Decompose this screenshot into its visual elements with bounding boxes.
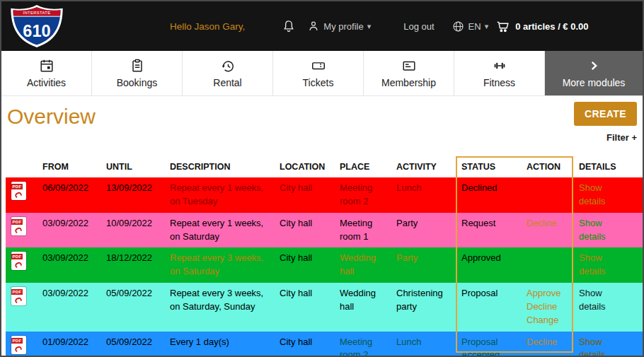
- bookings-table: FROM UNTIL DESCRIPTION LOCATION PLACE AC…: [6, 156, 643, 357]
- my-profile-menu[interactable]: My profile ▾: [307, 20, 371, 33]
- show-details-link[interactable]: Show details: [579, 336, 616, 357]
- tab-more-modules[interactable]: More modules: [545, 51, 643, 95]
- pdf-icon-swirl: [14, 262, 23, 269]
- logout-button[interactable]: Log out: [403, 21, 434, 32]
- cell-until: 18/12/2022: [100, 247, 164, 283]
- col-place: PLACE: [334, 156, 391, 177]
- tab-label: More modules: [563, 77, 626, 88]
- cell-description: Repeat every 3 weeks, on Saturday, Sunda…: [164, 283, 274, 332]
- cart-icon: [495, 19, 510, 34]
- tab-label: Activities: [27, 77, 66, 88]
- tab-label: Fitness: [483, 77, 515, 88]
- cell-place: Meeting room 1: [334, 213, 391, 248]
- my-profile-label: My profile: [323, 21, 363, 32]
- booking-row-3: PDF 03/09/2022 18/12/2022 Repeat every 3…: [6, 247, 643, 283]
- show-details-link[interactable]: Show details: [579, 287, 616, 314]
- page-header: Overview CREATE Filter +: [1, 96, 643, 156]
- tab-activities[interactable]: Activities: [1, 51, 92, 95]
- filter-toggle[interactable]: Filter +: [606, 132, 637, 143]
- top-bar: INTERSTATE 610 Hello Jason Gary, My prof…: [1, 1, 643, 51]
- pdf-icon[interactable]: PDF: [11, 252, 26, 270]
- col-action: ACTION: [521, 156, 573, 177]
- cell-activity: Christening party: [391, 283, 456, 332]
- page-title: Overview: [7, 105, 96, 129]
- cell-description: Repeat every 1 weeks, on Saturday: [164, 213, 274, 248]
- col-description: DESCRIPTION: [164, 156, 274, 177]
- cell-pdf: PDF: [6, 247, 37, 283]
- cell-from: 06/09/2022: [37, 177, 100, 213]
- tab-tickets[interactable]: Tickets: [273, 51, 364, 95]
- bell-icon: [282, 19, 296, 33]
- cell-location: City hall: [274, 247, 334, 283]
- cart-summary-label: 0 articles / € 0.00: [515, 21, 588, 32]
- history-clock-icon: [220, 58, 236, 74]
- notifications-button[interactable]: [282, 19, 296, 33]
- show-details-link[interactable]: Show details: [579, 217, 616, 244]
- booking-row-4: PDF 03/09/2022 05/09/2022 Repeat every 3…: [6, 283, 643, 332]
- pdf-icon-label: PDF: [11, 289, 23, 295]
- pdf-icon-label: PDF: [11, 254, 23, 259]
- pdf-icon[interactable]: PDF: [11, 336, 26, 354]
- cell-status: Approved: [456, 247, 521, 283]
- cell-location: City hall: [274, 283, 334, 332]
- cell-from: 01/09/2022: [37, 332, 100, 357]
- col-location: LOCATION: [274, 156, 334, 177]
- cell-status: Declined: [456, 177, 521, 213]
- cell-place: Wedding hall: [334, 247, 391, 283]
- calendar-icon: [39, 58, 54, 74]
- approve-link[interactable]: Approve: [527, 287, 568, 300]
- pdf-icon-label: PDF: [11, 338, 23, 344]
- cell-activity: Lunch: [391, 177, 456, 213]
- greeting-text: Hello Jason Gary,: [170, 21, 245, 32]
- cell-activity: Lunch: [391, 332, 456, 357]
- cell-location: City hall: [274, 332, 334, 357]
- cart-button[interactable]: 0 articles / € 0.00: [495, 19, 588, 34]
- tab-bookings[interactable]: Bookings: [92, 51, 183, 95]
- tab-fitness[interactable]: Fitness: [454, 51, 545, 95]
- cell-place: Wedding hall: [334, 283, 391, 332]
- cell-action: Decline: [521, 332, 573, 357]
- booking-row-5: PDF 01/09/2022 05/09/2022 Every 1 day(s)…: [6, 332, 643, 357]
- col-pdf: [6, 156, 37, 177]
- decline-link[interactable]: Decline: [527, 300, 568, 314]
- pdf-icon[interactable]: PDF: [11, 287, 26, 305]
- change-link[interactable]: Change: [527, 314, 568, 327]
- cell-activity: Party: [391, 213, 456, 248]
- cell-pdf: PDF: [6, 283, 37, 332]
- cell-details: Show details: [573, 177, 643, 213]
- pdf-icon-swirl: [14, 345, 23, 353]
- language-selector[interactable]: EN ▾: [452, 20, 489, 33]
- cell-action: [521, 247, 573, 283]
- tab-label: Membership: [381, 77, 436, 88]
- cell-until: 05/09/2022: [100, 332, 164, 357]
- cell-action: Approve Decline Change: [521, 283, 573, 332]
- tab-membership[interactable]: Membership: [364, 51, 454, 95]
- show-details-link[interactable]: Show details: [579, 182, 616, 209]
- decline-link[interactable]: Decline: [527, 336, 568, 349]
- bookings-table-container: FROM UNTIL DESCRIPTION LOCATION PLACE AC…: [6, 156, 643, 357]
- create-button[interactable]: CREATE: [574, 102, 637, 126]
- pdf-icon-label: PDF: [11, 219, 23, 225]
- pdf-icon-swirl: [14, 226, 23, 234]
- cell-activity: Party: [391, 247, 456, 283]
- user-icon: [307, 20, 320, 33]
- col-until: UNTIL: [100, 156, 164, 177]
- cell-description: Repeat every 1 weeks, on Tuesday: [164, 177, 274, 213]
- logo-number-text: 610: [23, 22, 50, 40]
- cell-status: Request: [456, 213, 521, 248]
- tab-label: Bookings: [117, 77, 158, 88]
- ticket-icon: [311, 58, 326, 74]
- cell-description: Repeat every 3 weeks, on Saturday: [164, 247, 274, 283]
- module-navbar: Activities Bookings Renta: [1, 51, 643, 96]
- decline-link[interactable]: Decline: [527, 217, 568, 230]
- tab-rental[interactable]: Rental: [183, 51, 273, 95]
- cell-place: Meeting room 2: [334, 177, 391, 213]
- pdf-icon[interactable]: PDF: [11, 217, 26, 235]
- col-status: STATUS: [456, 156, 521, 177]
- cell-until: 13/09/2022: [100, 177, 164, 213]
- cell-from: 03/09/2022: [37, 283, 100, 332]
- show-details-link[interactable]: Show details: [579, 252, 616, 279]
- pdf-icon[interactable]: PDF: [11, 182, 26, 200]
- tab-label: Rental: [213, 77, 241, 88]
- cell-location: City hall: [274, 177, 334, 213]
